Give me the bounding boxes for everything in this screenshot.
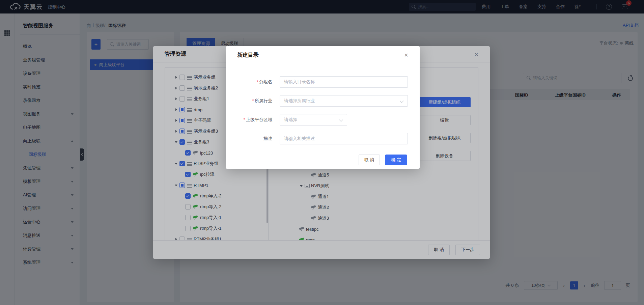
field-control[interactable]: 请选择 (280, 114, 347, 126)
field-control[interactable]: 请选择所属行业 (280, 95, 408, 107)
chevron-down-icon (339, 118, 343, 121)
field-label: *上级平台区域 (226, 117, 272, 123)
field-label: *描述 (226, 136, 272, 142)
confirm-button[interactable]: 确 定 (385, 155, 407, 165)
modal-header: 新建目录 × (226, 46, 420, 64)
screen: 天翼云 控制中心 搜索... 费用工单备案支持合作徐* ? 6 智能视图服务 概… (0, 0, 644, 305)
field-label: *所属行业 (226, 98, 272, 104)
modal-title: 新建目录 (237, 52, 259, 59)
modal-footer: 取 消 确 定 (226, 151, 420, 169)
field-placeholder: 请选择所属行业 (284, 98, 315, 104)
field-placeholder: 请输入目录名称 (284, 79, 315, 85)
new-directory-modal: 新建目录 × *分组名 请输入目录名称 *所属行业 请选择所属行业 (226, 46, 420, 169)
form-row: *描述 请输入相关描述 (226, 133, 420, 144)
required-asterisk: * (256, 79, 258, 84)
field-control[interactable]: 请输入目录名称 (280, 76, 408, 88)
required-asterisk: * (243, 117, 245, 122)
field-label: *分组名 (226, 79, 272, 85)
close-icon[interactable]: × (404, 52, 408, 58)
form-row: *分组名 请输入目录名称 (226, 76, 420, 88)
form-row: *上级平台区域 请选择 (226, 114, 420, 126)
field-placeholder: 请输入相关描述 (284, 136, 315, 142)
form-row: *所属行业 请选择所属行业 (226, 95, 420, 107)
field-placeholder: 请选择 (284, 117, 297, 123)
required-asterisk: * (252, 98, 254, 103)
chevron-down-icon (400, 99, 403, 103)
new-directory-form: *分组名 请输入目录名称 *所属行业 请选择所属行业 *上级平台区域 请选择 (226, 64, 420, 144)
cancel-button[interactable]: 取 消 (359, 155, 380, 165)
field-control[interactable]: 请输入相关描述 (280, 133, 408, 144)
